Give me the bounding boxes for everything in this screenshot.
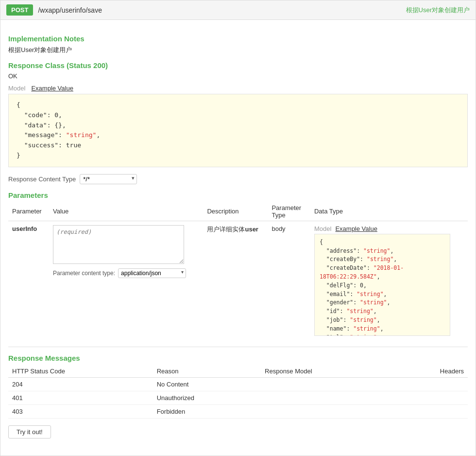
parameters-table: Parameter Value Description Parameter Ty… (8, 202, 468, 340)
endpoint-path: /wxapp/userinfo/save (38, 6, 102, 14)
implementation-notes-title: Implementation Notes (8, 35, 468, 43)
response-content-type-select-wrapper[interactable]: */* application/json text/plain (80, 174, 137, 184)
col-parameter-type: Parameter Type (268, 202, 310, 221)
response-code-block: { "code": 0, "data": {}, "message": "str… (8, 94, 468, 167)
param-content-type-select[interactable]: application/json text/plain (118, 268, 186, 278)
response-content-type-row: Response Content Type */* application/js… (8, 174, 468, 184)
response-class-title: Response Class (Status 200) (8, 61, 468, 70)
response-content-type-label: Response Content Type (8, 175, 76, 183)
param-example-tab[interactable]: Example Value (335, 225, 377, 232)
resp-headers-204 (392, 377, 468, 391)
content-area: Implementation Notes 根据User对象创建用户 Respon… (0, 20, 476, 446)
param-example-tabs: Model Example Value (314, 225, 450, 232)
response-messages-table: HTTP Status Code Reason Response Model H… (8, 365, 468, 419)
resp-status-401: 401 (8, 391, 153, 404)
response-content-type-select[interactable]: */* application/json text/plain (80, 174, 137, 184)
resp-reason-401: Unauthorized (153, 391, 261, 404)
try-it-out-button[interactable]: Try it out! (8, 425, 51, 438)
resp-headers-403 (392, 404, 468, 418)
resp-model-204 (261, 377, 392, 391)
method-badge: POST (6, 4, 33, 16)
resp-headers-401 (392, 391, 468, 404)
col-value: Value (49, 202, 204, 221)
param-textarea[interactable] (53, 225, 184, 264)
resp-col-model: Response Model (261, 365, 392, 378)
param-description: 用户详细实体user (207, 226, 258, 233)
resp-col-status: HTTP Status Code (8, 365, 153, 378)
param-data-type-cell: Model Example Value { "address": "string… (314, 225, 450, 336)
resp-col-reason: Reason (153, 365, 261, 378)
response-messages-title: Response Messages (8, 354, 468, 362)
resp-reason-204: No Content (153, 377, 261, 391)
parameters-title: Parameters (8, 191, 468, 199)
header-bar: POST /wxapp/userinfo/save 根据User对象创建用户 (0, 0, 476, 20)
page-wrapper: POST /wxapp/userinfo/save 根据User对象创建用户 I… (0, 0, 476, 456)
table-row: 403 Forbidden (8, 404, 468, 418)
col-description: Description (203, 202, 268, 221)
model-tab[interactable]: Model (8, 85, 25, 92)
table-row: 401 Unauthorized (8, 391, 468, 404)
resp-col-headers: Headers (392, 365, 468, 378)
resp-status-403: 403 (8, 404, 153, 418)
param-content-type-select-wrapper[interactable]: application/json text/plain (118, 268, 186, 278)
implementation-notes-description: 根据User对象创建用户 (8, 46, 468, 54)
param-name: userInfo (12, 225, 37, 232)
resp-status-204: 204 (8, 377, 153, 391)
table-row: userInfo Parameter content type: applica… (8, 221, 468, 340)
divider (8, 347, 468, 347)
col-data-type: Data Type (310, 202, 468, 221)
param-model-tab[interactable]: Model (314, 225, 331, 232)
resp-reason-403: Forbidden (153, 404, 261, 418)
param-content-type-label: Parameter content type: (53, 270, 115, 277)
response-class-status: OK (8, 72, 468, 80)
table-row: 204 No Content (8, 377, 468, 391)
resp-model-403 (261, 404, 392, 418)
param-content-type-row: Parameter content type: application/json… (53, 268, 200, 278)
col-parameter: Parameter (8, 202, 49, 221)
response-class-tabs: Model Example Value (8, 85, 468, 92)
resp-model-401 (261, 391, 392, 404)
example-value-tab[interactable]: Example Value (31, 85, 73, 92)
header-note: 根据User对象创建用户 (406, 6, 470, 15)
param-type: body (272, 225, 285, 232)
param-example-code: { "address": "string", "createBy": "stri… (314, 234, 450, 336)
param-value-cell: Parameter content type: application/json… (53, 225, 200, 278)
